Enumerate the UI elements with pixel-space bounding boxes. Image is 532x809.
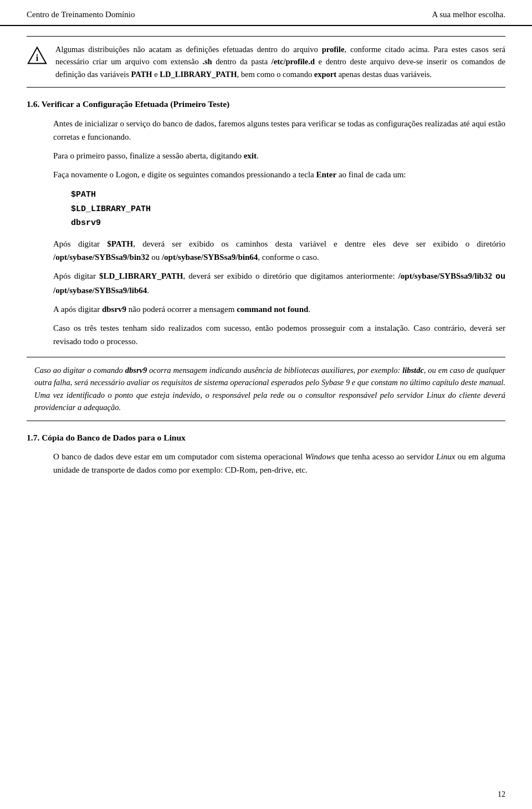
page-number: 12: [498, 790, 505, 798]
notice-box-top: i Algumas distribuições não acatam as de…: [27, 36, 505, 88]
notice-top-text: Algumas distribuições não acatam as defi…: [55, 43, 505, 80]
section-16: 1.6. Verificar a Configuração Efetuada (…: [27, 98, 505, 347]
section-16-p2: Para o primeiro passo, finalize a sessão…: [53, 149, 505, 162]
notice-box-bottom: i Caso ao digitar o comando dbsrv9 ocorr…: [27, 357, 505, 421]
notice-bottom-text: Caso ao digitar o comando dbsrv9 ocorra …: [34, 364, 505, 414]
section-16-p7: Caso os três testes tenham sido realizad…: [53, 321, 505, 348]
section-16-p6: A após digitar dbsrv9 não poderá ocorrer…: [53, 303, 505, 316]
page-content: i Algumas distribuições não acatam as de…: [0, 26, 532, 516]
svg-text:i: i: [36, 53, 39, 63]
code-line-2: $LD_LIBRARY_PATH: [71, 202, 505, 217]
code-line-1: $PATH: [71, 188, 505, 202]
section-16-p3: Faça novamente o Logon, e digite os segu…: [53, 168, 505, 181]
section-17: 1.7. Cópia do Banco de Dados para o Linu…: [27, 431, 505, 477]
warning-icon-top: i: [27, 43, 48, 65]
code-block: $PATH $LD_LIBRARY_PATH dbsrv9: [71, 188, 505, 231]
code-line-3: dbsrv9: [71, 216, 505, 231]
header-right: A sua melhor escolha.: [432, 10, 505, 19]
section-17-title: 1.7. Cópia do Banco de Dados para o Linu…: [27, 431, 505, 445]
page-footer: 12: [498, 790, 505, 799]
header-left: Centro de Treinamento Domínio: [27, 10, 135, 19]
section-16-p4: Após digitar $PATH, deverá ser exibido o…: [53, 237, 505, 264]
page-header: Centro de Treinamento Domínio A sua melh…: [0, 0, 532, 26]
section-16-title: 1.6. Verificar a Configuração Efetuada (…: [27, 98, 505, 111]
section-17-p1: O banco de dados deve estar em um comput…: [53, 450, 505, 477]
section-16-p1: Antes de inicializar o serviço do banco …: [53, 117, 505, 144]
section-16-p5: Após digitar $LD_LIBRARY_PATH, deverá se…: [53, 269, 505, 297]
